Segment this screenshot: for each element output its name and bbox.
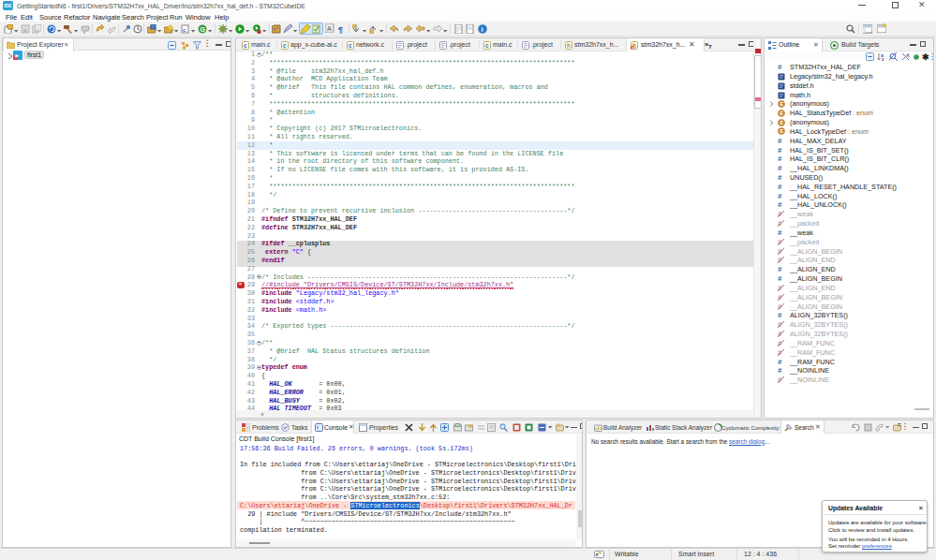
svg-text:E: E [780, 129, 783, 135]
svg-text:i: i [482, 25, 483, 34]
svg-text:✱: ✱ [922, 52, 929, 61]
svg-text:c: c [244, 42, 247, 49]
svg-text:E: E [780, 111, 783, 116]
svg-text:c: c [349, 42, 352, 49]
svg-text:E: E [780, 101, 783, 107]
svg-text:h: h [567, 42, 571, 49]
svg-text:c: c [485, 42, 489, 49]
svg-text:E: E [780, 120, 783, 125]
svg-text:G: G [201, 26, 206, 33]
svg-text:z: z [882, 56, 884, 61]
svg-text:¶: ¶ [338, 25, 343, 34]
svg-text:s: s [907, 52, 910, 58]
svg-text:A: A [327, 25, 332, 32]
svg-text:c: c [283, 42, 287, 49]
